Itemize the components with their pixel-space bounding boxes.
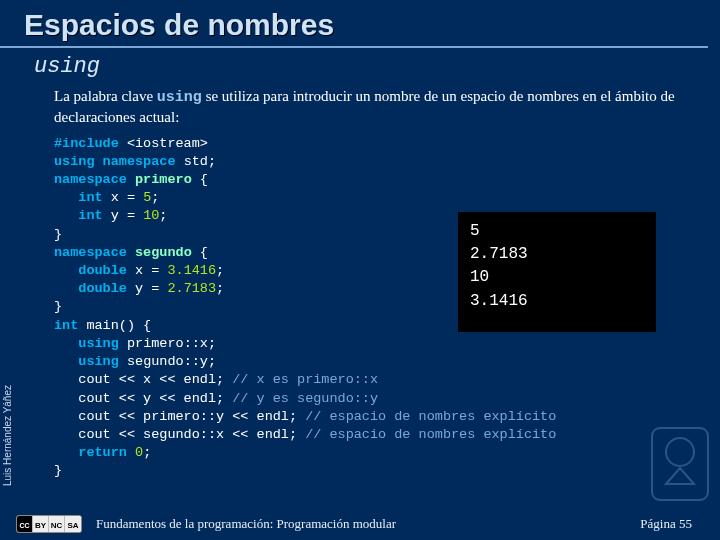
cc-part: NC: [49, 516, 65, 533]
code-token: cout << segundo::x << endl;: [54, 427, 305, 442]
cc-license-icon: CC BY NC SA: [16, 515, 82, 533]
code-token: 2.7183: [167, 281, 216, 296]
code-token: {: [192, 245, 208, 260]
code-token: int: [78, 208, 102, 223]
code-token: y =: [127, 281, 168, 296]
page-number: Página 55: [640, 516, 692, 532]
code-token: ;: [159, 208, 167, 223]
cc-part: BY: [33, 516, 49, 533]
code-token: // x es primero::x: [232, 372, 378, 387]
code-token: using: [78, 336, 119, 351]
cc-part: CC: [17, 516, 33, 533]
slide-subtitle: using: [0, 48, 720, 85]
desc-pre: La palabra clave: [54, 88, 157, 104]
cc-part: SA: [65, 516, 81, 533]
code-token: x =: [127, 263, 168, 278]
code-token: [54, 445, 78, 460]
code-token: [54, 354, 78, 369]
code-token: namespace: [54, 245, 127, 260]
footer-text: Fundamentos de la programación: Programa…: [82, 516, 640, 532]
code-token: [127, 445, 135, 460]
svg-point-1: [666, 438, 694, 466]
code-token: int: [54, 318, 78, 333]
institution-seal-icon: [648, 424, 712, 504]
code-token: }: [54, 463, 62, 478]
code-token: {: [192, 172, 208, 187]
code-token: return: [78, 445, 127, 460]
code-token: <iostream>: [119, 136, 208, 151]
code-token: y =: [103, 208, 144, 223]
code-token: ;: [216, 281, 224, 296]
code-token: // espacio de nombres explícito: [305, 409, 556, 424]
code-token: cout << primero::y << endl;: [54, 409, 305, 424]
code-token: ;: [143, 445, 151, 460]
desc-keyword: using: [157, 89, 202, 106]
code-token: segundo: [127, 245, 192, 260]
code-token: x =: [103, 190, 144, 205]
code-token: using namespace: [54, 154, 176, 169]
code-token: }: [54, 227, 62, 242]
code-token: primero::x;: [119, 336, 216, 351]
code-token: double: [78, 281, 127, 296]
code-token: 0: [135, 445, 143, 460]
code-token: segundo::y;: [119, 354, 216, 369]
code-token: 10: [143, 208, 159, 223]
code-token: int: [78, 190, 102, 205]
code-token: main() {: [78, 318, 151, 333]
code-token: namespace: [54, 172, 127, 187]
code-token: [54, 190, 78, 205]
code-token: double: [78, 263, 127, 278]
code-token: #include: [54, 136, 119, 151]
code-token: cout << x << endl;: [54, 372, 232, 387]
description: La palabra clave using se utiliza para i…: [0, 85, 720, 135]
code-token: // espacio de nombres explícito: [305, 427, 556, 442]
code-token: primero: [127, 172, 192, 187]
code-token: using: [78, 354, 119, 369]
code-token: ;: [216, 263, 224, 278]
slide-title: Espacios de nombres: [0, 0, 708, 48]
code-token: 3.1416: [167, 263, 216, 278]
program-output: 5 2.7183 10 3.1416: [458, 212, 656, 332]
code-token: std;: [176, 154, 217, 169]
code-token: }: [54, 299, 62, 314]
code-token: [54, 263, 78, 278]
code-token: cout << y << endl;: [54, 391, 232, 406]
author-vertical: Luis Hernández Yáñez: [2, 316, 16, 486]
code-token: [54, 336, 78, 351]
code-token: ;: [151, 190, 159, 205]
code-token: // y es segundo::y: [232, 391, 378, 406]
code-token: [54, 208, 78, 223]
code-token: [54, 281, 78, 296]
footer: CC BY NC SA Fundamentos de la programaci…: [0, 508, 720, 540]
